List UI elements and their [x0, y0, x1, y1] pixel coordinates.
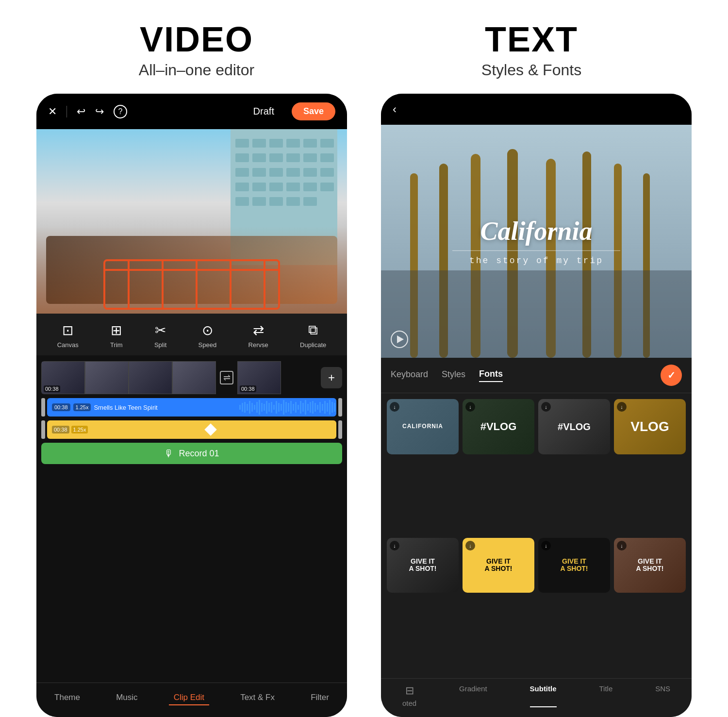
bottom-tab-oted[interactable]: ⊟ oted	[402, 684, 416, 707]
save-button[interactable]: Save	[292, 102, 335, 120]
play-triangle-icon	[397, 335, 404, 343]
svg-rect-71	[322, 404, 323, 411]
download-indicator-5: ↓	[390, 541, 399, 550]
style-card-label-give4: GIVE IT A SHOT!	[634, 556, 665, 575]
confirm-button[interactable]: ✓	[661, 365, 682, 386]
svg-rect-72	[324, 401, 326, 414]
record-track[interactable]: 🎙 Record 01	[41, 443, 342, 464]
help-icon[interactable]: ?	[114, 105, 127, 118]
style-card-label-give3: GIVE IT A SHOT!	[558, 556, 590, 575]
nav-filter[interactable]: Filter	[306, 691, 334, 705]
svg-rect-86	[381, 270, 692, 358]
mic-icon: 🎙	[164, 448, 174, 459]
style-card-give4[interactable]: ↓ GIVE IT A SHOT!	[614, 538, 686, 593]
confirm-check-icon: ✓	[667, 369, 676, 381]
toolbar-item-trim[interactable]: ⊞ Trim	[110, 322, 123, 349]
tab-fonts[interactable]: Fonts	[479, 369, 503, 382]
svg-rect-7	[235, 153, 249, 162]
svg-rect-74	[329, 400, 331, 415]
left-phone: ✕ ↩ ↪ ? Draft Save	[36, 94, 347, 717]
video-track-row: 00:38 ⇌ 00:38	[41, 361, 342, 394]
nav-theme[interactable]: Theme	[50, 691, 85, 705]
style-card-give2[interactable]: ↓ GIVE IT A SHOT!	[463, 538, 534, 593]
svg-rect-56	[285, 402, 287, 413]
oted-icon: ⊟	[405, 684, 414, 697]
svg-rect-64	[305, 400, 306, 415]
effect-speed: 1.25x	[71, 426, 88, 434]
style-card-vlog3[interactable]: ↓ VLOG	[614, 399, 686, 454]
editor-bottom-nav: Theme Music Clip Edit Text & Fx Filter	[36, 683, 347, 717]
svg-rect-17	[303, 168, 317, 177]
bottom-tab-gradient[interactable]: Gradient	[459, 684, 487, 707]
effect-track[interactable]: 00:38 1.25x	[47, 420, 336, 439]
svg-rect-51	[273, 405, 275, 410]
svg-rect-69	[317, 405, 318, 410]
download-arrow-icon-3: ↓	[545, 404, 547, 410]
bottom-tab-sns[interactable]: SNS	[655, 684, 670, 707]
nav-clip-edit[interactable]: Clip Edit	[169, 691, 209, 705]
effect-diamond	[204, 423, 216, 435]
style-card-give1[interactable]: ↓ GIVE IT A SHOT!	[387, 538, 459, 593]
svg-rect-12	[320, 153, 334, 162]
style-card-vlog2[interactable]: ↓ #VLOG	[538, 399, 610, 454]
toolbar-item-split[interactable]: ✂ Split	[154, 322, 166, 349]
video-preview	[36, 129, 347, 314]
reverse-label: Rervse	[248, 341, 268, 349]
effect-handle-left[interactable]	[41, 420, 45, 439]
back-icon[interactable]: ‹	[393, 102, 397, 116]
bottom-tab-title[interactable]: Title	[599, 684, 612, 707]
svg-rect-65	[307, 404, 309, 411]
download-arrow-icon-6: ↓	[469, 543, 472, 549]
audio-handle-right[interactable]	[338, 398, 342, 417]
redo-icon[interactable]: ↪	[95, 105, 104, 118]
svg-rect-5	[303, 139, 317, 148]
style-card-california[interactable]: ↓ CALIFORNIA	[387, 399, 459, 454]
toolbar-item-canvas[interactable]: ⊡ Canvas	[57, 322, 79, 349]
effect-handle-right[interactable]	[338, 420, 342, 439]
svg-rect-13	[235, 168, 249, 177]
style-card-vlog1[interactable]: ↓ #VLOG	[463, 399, 534, 454]
add-clip-button[interactable]: +	[321, 367, 342, 388]
canvas-label: Canvas	[57, 341, 79, 349]
track-transition-icon[interactable]: ⇌	[216, 361, 237, 394]
audio-track[interactable]: 00:38 1.25x Smells Like Teen Spirit	[47, 398, 336, 417]
text-title: TEXT	[364, 19, 699, 59]
svg-rect-25	[235, 197, 249, 206]
toolbar-item-duplicate[interactable]: ⧉ Duplicate	[300, 322, 326, 349]
editor-toolbar: ⊡ Canvas ⊞ Trim ✂ Split ⊙ Speed ⇄ Rervse…	[36, 314, 347, 355]
toolbar-item-speed[interactable]: ⊙ Speed	[199, 322, 217, 349]
style-card-label-vlog1: #VLOG	[479, 419, 519, 434]
svg-rect-29	[303, 197, 317, 206]
svg-rect-3	[269, 139, 283, 148]
audio-waveform	[239, 398, 336, 417]
nav-music[interactable]: Music	[111, 691, 142, 705]
bottom-tab-subtitle[interactable]: Subtitle	[530, 684, 557, 707]
audio-time: 00:38	[52, 403, 70, 411]
undo-icon[interactable]: ↩	[77, 105, 85, 118]
svg-rect-14	[252, 168, 266, 177]
play-button[interactable]	[391, 331, 408, 348]
tab-styles[interactable]: Styles	[442, 369, 465, 382]
nav-text-fx[interactable]: Text & Fx	[235, 691, 280, 705]
svg-rect-67	[312, 401, 314, 414]
video-track[interactable]: 00:38 ⇌ 00:38	[41, 361, 317, 394]
download-arrow-icon: ↓	[393, 404, 396, 410]
svg-rect-61	[298, 405, 299, 410]
download-arrow-icon-8: ↓	[620, 543, 623, 549]
reverse-icon: ⇄	[253, 322, 264, 338]
svg-rect-59	[293, 404, 294, 411]
svg-rect-54	[281, 404, 282, 411]
svg-rect-73	[327, 403, 328, 412]
editor-topbar: ✕ ↩ ↪ ? Draft Save	[36, 94, 347, 129]
style-card-give3[interactable]: ↓ GIVE IT A SHOT!	[538, 538, 610, 593]
california-text-overlay: California the story of my trip	[397, 217, 676, 266]
download-arrow-icon-5: ↓	[393, 543, 396, 549]
trim-label: Trim	[110, 341, 123, 349]
close-icon[interactable]: ✕	[48, 105, 57, 118]
tab-keyboard[interactable]: Keyboard	[391, 369, 428, 382]
text-topbar: ‹	[381, 94, 692, 125]
topbar-divider	[66, 106, 67, 117]
audio-handle-left[interactable]	[41, 398, 45, 417]
toolbar-item-reverse[interactable]: ⇄ Rervse	[248, 322, 268, 349]
svg-rect-76	[334, 403, 335, 412]
